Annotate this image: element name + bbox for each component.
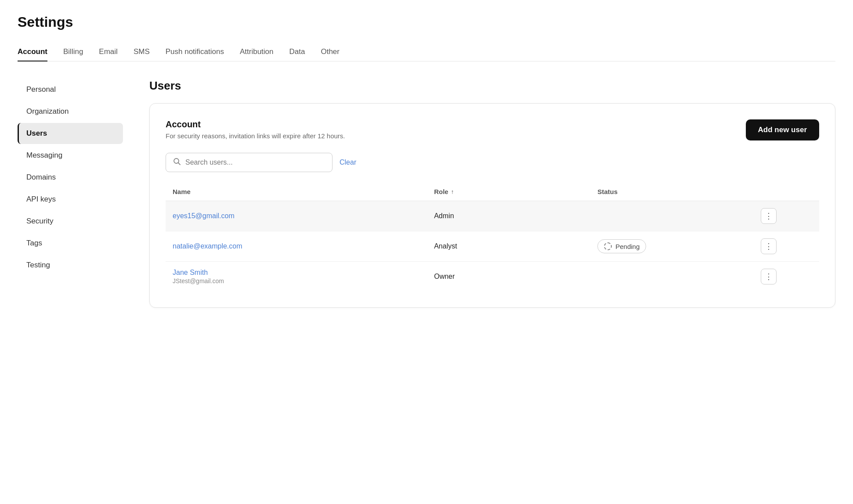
tab-attribution[interactable]: Attribution	[240, 43, 274, 61]
sidebar-item-security[interactable]: Security	[18, 211, 123, 232]
page-wrapper: Settings AccountBillingEmailSMSPush noti…	[0, 0, 853, 504]
user-role-cell: Analyst	[427, 231, 590, 262]
table-row: Jane Smith JStest@gmail.com Owner ⋮	[166, 262, 819, 292]
user-name-cell: eyes15@gmail.com	[166, 201, 427, 231]
user-role-cell: Owner	[427, 262, 590, 292]
user-name-cell: Jane Smith JStest@gmail.com	[166, 262, 427, 292]
more-actions-button[interactable]: ⋮	[761, 238, 777, 254]
pending-label: Pending	[615, 243, 640, 250]
col-name-header: Name	[166, 184, 427, 201]
table-header-row: Name Role ↑ Status	[166, 184, 819, 201]
sidebar: PersonalOrganizationUsersMessagingDomain…	[18, 79, 132, 308]
tab-billing[interactable]: Billing	[63, 43, 83, 61]
top-tabs: AccountBillingEmailSMSPush notifications…	[18, 43, 835, 61]
user-email-link[interactable]: natalie@example.com	[173, 242, 242, 250]
card-heading: Account	[166, 119, 345, 130]
tab-email[interactable]: Email	[99, 43, 118, 61]
user-status-cell	[590, 201, 754, 231]
users-table-body: eyes15@gmail.com Admin ⋮	[166, 201, 819, 292]
tab-data[interactable]: Data	[289, 43, 305, 61]
page-title: Settings	[18, 14, 835, 30]
tab-other[interactable]: Other	[321, 43, 340, 61]
user-status-cell	[590, 262, 754, 292]
tab-push-notifications[interactable]: Push notifications	[166, 43, 224, 61]
user-role: Admin	[434, 212, 454, 220]
card-header-text: Account For security reasons, invitation…	[166, 119, 345, 140]
sidebar-item-tags[interactable]: Tags	[18, 233, 123, 254]
sidebar-item-domains[interactable]: Domains	[18, 167, 123, 188]
user-status-cell: Pending	[590, 231, 754, 262]
col-actions-header	[754, 184, 819, 201]
sidebar-item-api-keys[interactable]: API keys	[18, 189, 123, 210]
tab-account[interactable]: Account	[18, 43, 47, 61]
sidebar-item-users[interactable]: Users	[18, 123, 123, 144]
sidebar-item-testing[interactable]: Testing	[18, 255, 123, 276]
tab-sms[interactable]: SMS	[134, 43, 150, 61]
sidebar-item-messaging[interactable]: Messaging	[18, 145, 123, 166]
search-icon	[173, 158, 181, 167]
content-layout: PersonalOrganizationUsersMessagingDomain…	[18, 79, 835, 308]
user-email-sub: JStest@gmail.com	[173, 277, 420, 284]
main-content: Users Account For security reasons, invi…	[132, 79, 835, 308]
user-name-cell: natalie@example.com	[166, 231, 427, 262]
user-display-name: Jane Smith	[173, 269, 420, 277]
user-actions-cell: ⋮	[754, 231, 819, 262]
search-row: Clear	[166, 153, 819, 172]
user-actions-cell: ⋮	[754, 262, 819, 292]
svg-line-1	[178, 163, 181, 165]
pending-icon	[604, 242, 612, 250]
user-role-cell: Admin	[427, 201, 590, 231]
col-status-header: Status	[590, 184, 754, 201]
col-role-header: Role ↑	[427, 184, 590, 201]
more-actions-button[interactable]: ⋮	[761, 269, 777, 284]
user-actions-cell: ⋮	[754, 201, 819, 231]
user-email-link[interactable]: eyes15@gmail.com	[173, 212, 235, 220]
card-header: Account For security reasons, invitation…	[166, 119, 819, 140]
search-input[interactable]	[185, 158, 325, 166]
search-input-wrapper	[166, 153, 333, 172]
table-row: natalie@example.com Analyst Pending	[166, 231, 819, 262]
pending-badge: Pending	[597, 239, 646, 253]
table-row: eyes15@gmail.com Admin ⋮	[166, 201, 819, 231]
user-role: Analyst	[434, 242, 457, 250]
user-role: Owner	[434, 273, 455, 280]
clear-button[interactable]: Clear	[340, 158, 356, 166]
sort-icon: ↑	[451, 188, 454, 195]
card-subtext: For security reasons, invitation links w…	[166, 132, 345, 140]
add-user-button[interactable]: Add new user	[746, 119, 819, 140]
sidebar-item-personal[interactable]: Personal	[18, 79, 123, 100]
users-card: Account For security reasons, invitation…	[149, 103, 835, 308]
section-title: Users	[149, 79, 835, 93]
users-table: Name Role ↑ Status	[166, 184, 819, 292]
sidebar-item-organization[interactable]: Organization	[18, 101, 123, 122]
more-actions-button[interactable]: ⋮	[761, 208, 777, 224]
